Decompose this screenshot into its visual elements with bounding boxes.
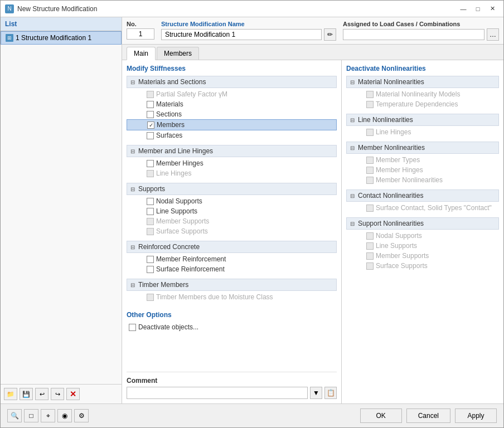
label-support-surface: Surface Supports (376, 262, 428, 270)
cb-member-nonlinearities[interactable] (366, 177, 374, 184)
cb-member-reinforcement[interactable] (147, 256, 154, 263)
toggle-member-nonlin[interactable]: ⊟ (349, 145, 356, 151)
toggle-support-nonlin[interactable]: ⊟ (349, 221, 356, 227)
label-line-nonlin-hinges: Line Hinges (376, 128, 411, 136)
sidebar-undo-button[interactable]: ↩ (35, 388, 49, 400)
no-input[interactable] (127, 28, 154, 40)
group-materials-sections: ⊟ Materials and Sections Partial Safety … (127, 76, 337, 140)
cb-surface-contact[interactable] (366, 205, 374, 212)
content-area: List ⊞ 1 Structure Modification 1 📁 💾 ↩ … (1, 17, 503, 427)
cb-deactivate-objects[interactable] (129, 324, 136, 331)
minimize-button[interactable]: — (457, 3, 470, 14)
cancel-button[interactable]: Cancel (406, 408, 450, 423)
tool-circle-button[interactable]: ◉ (57, 409, 72, 422)
name-label: Structure Modification Name (161, 21, 336, 27)
cb-sections[interactable] (147, 111, 154, 118)
cb-surface-reinforcement[interactable] (147, 266, 154, 273)
cb-support-member[interactable] (366, 252, 374, 260)
group-rc-header: ⊟ Reinforced Concrete (127, 241, 337, 253)
group-timber: ⊟ Timber Members Timber Members due to M… (127, 279, 337, 302)
cb-partial-safety[interactable] (147, 91, 154, 98)
cb-member-supports[interactable] (147, 218, 154, 225)
maximize-button[interactable]: □ (471, 3, 484, 14)
ok-button[interactable]: OK (360, 408, 402, 423)
toggle-timber[interactable]: ⊟ (129, 282, 136, 288)
comment-browse-button[interactable]: 📋 (324, 387, 337, 399)
cb-materials[interactable] (147, 101, 154, 108)
sidebar-new-button[interactable]: 📁 (4, 388, 17, 400)
app-icon: N (5, 4, 14, 13)
name-input[interactable] (161, 29, 322, 40)
item-members[interactable]: Members (127, 119, 337, 130)
cb-member-hinges-nonlin[interactable] (366, 167, 374, 174)
toggle-material-nonlin[interactable]: ⊟ (349, 79, 356, 85)
assigned-input[interactable] (343, 29, 484, 40)
comment-dropdown-button[interactable]: ▼ (310, 387, 322, 399)
assigned-browse-button[interactable]: … (487, 28, 499, 41)
other-options-section: Other Options Deactivate objects... (127, 311, 337, 332)
label-members: Members (157, 121, 185, 129)
tool-search-button[interactable]: 🔍 (7, 409, 22, 422)
item-member-supports: Member Supports (127, 216, 337, 226)
other-options-title: Other Options (127, 311, 337, 319)
cb-temperature-dependencies[interactable] (366, 101, 374, 108)
group-contact-nonlin-header: ⊟ Contact Nonlinearities (346, 189, 499, 202)
tool-settings-button[interactable]: ⚙ (74, 409, 89, 422)
cb-support-surface[interactable] (366, 262, 374, 270)
sidebar: List ⊞ 1 Structure Modification 1 📁 💾 ↩ … (1, 17, 122, 403)
label-surface-supports: Surface Supports (156, 227, 208, 235)
tool-crosshair-button[interactable]: ⌖ (41, 409, 55, 422)
cb-material-nonlin-models[interactable] (366, 91, 374, 98)
sidebar-item-1[interactable]: ⊞ 1 Structure Modification 1 (1, 31, 122, 45)
name-edit-button[interactable]: ✏ (324, 28, 336, 41)
right-panel-title: Deactivate Nonlinearities (346, 65, 499, 72)
right-panel: Deactivate Nonlinearities ⊟ Material Non… (342, 60, 503, 403)
label-member-types: Member Types (376, 156, 420, 164)
group-support-nonlin: ⊟ Support Nonlinearities Nodal Supports … (346, 217, 499, 271)
sidebar-redo-button[interactable]: ↪ (51, 388, 64, 400)
spacer (127, 332, 337, 367)
cb-surfaces[interactable] (147, 132, 154, 139)
cb-support-line[interactable] (366, 242, 374, 250)
cb-line-hinges[interactable] (147, 170, 154, 177)
toggle-hinges[interactable]: ⊟ (129, 148, 136, 154)
cb-support-nodal[interactable] (366, 232, 374, 240)
label-deactivate-objects: Deactivate objects... (138, 323, 198, 331)
comment-input-row: ▼ 📋 (127, 387, 337, 399)
item-support-line: Line Supports (346, 241, 499, 251)
cb-surface-supports[interactable] (147, 228, 154, 235)
item-line-nonlin-hinges: Line Hinges (346, 127, 499, 137)
comment-input[interactable] (127, 387, 308, 399)
cb-member-hinges[interactable] (147, 160, 154, 167)
toggle-materials[interactable]: ⊟ (129, 79, 136, 85)
cb-nodal-supports[interactable] (147, 198, 154, 205)
toggle-line-nonlin[interactable]: ⊟ (349, 117, 356, 123)
tabs-row: Main Members (122, 45, 503, 60)
cb-members[interactable] (147, 121, 154, 129)
name-section: Structure Modification Name ✏ (161, 21, 336, 41)
tool-view-button[interactable]: □ (24, 409, 38, 422)
assigned-input-row: … (343, 28, 499, 41)
tab-main[interactable]: Main (127, 47, 156, 60)
comment-label: Comment (127, 377, 337, 385)
close-button[interactable]: ✕ (486, 3, 499, 14)
sidebar-delete-button[interactable]: ✕ (66, 388, 80, 400)
item-nodal-supports: Nodal Supports (127, 196, 337, 206)
cb-member-types[interactable] (366, 157, 374, 164)
cb-line-supports[interactable] (147, 208, 154, 215)
cb-timber-moisture[interactable] (147, 294, 154, 301)
cb-line-nonlin-hinges[interactable] (366, 129, 374, 136)
group-reinforced-concrete: ⊟ Reinforced Concrete Member Reinforceme… (127, 241, 337, 274)
toggle-rc[interactable]: ⊟ (129, 244, 136, 250)
toggle-supports[interactable]: ⊟ (129, 186, 136, 192)
toggle-contact-nonlin[interactable]: ⊟ (349, 193, 356, 199)
sidebar-save-button[interactable]: 💾 (20, 388, 33, 400)
main-window: N New Structure Modification — □ ✕ List … (0, 0, 504, 428)
tab-members[interactable]: Members (157, 47, 199, 60)
item-member-hinges-nonlin: Member Hinges (346, 165, 499, 175)
group-timber-header: ⊟ Timber Members (127, 279, 337, 291)
item-surface-contact: Surface Contact, Solid Types "Contact" (346, 203, 499, 213)
group-rc-label: Reinforced Concrete (138, 243, 200, 251)
label-member-nonlinearities: Member Nonlinearities (376, 176, 443, 184)
apply-button[interactable]: Apply (455, 408, 497, 423)
